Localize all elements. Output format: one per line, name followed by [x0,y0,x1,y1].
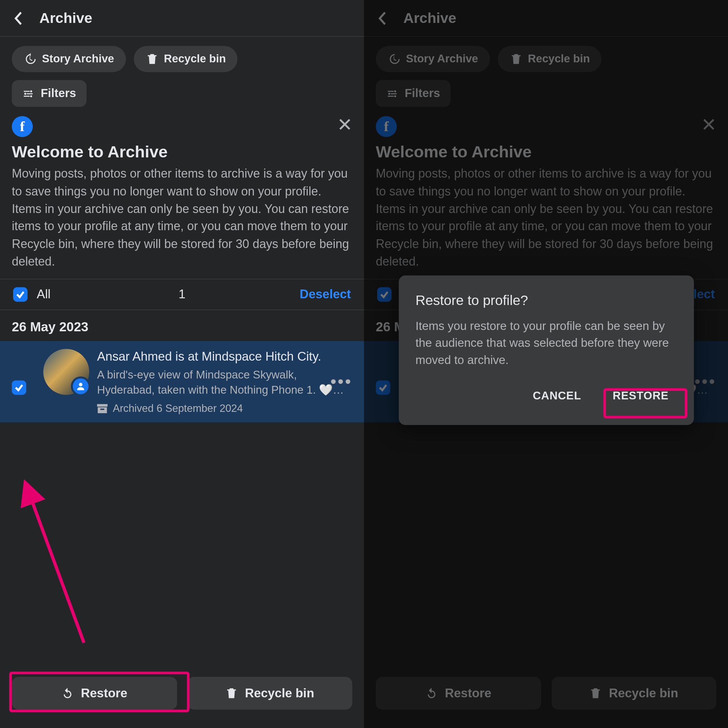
svg-point-0 [30,90,32,92]
dialog-restore-button[interactable]: RESTORE [605,385,676,408]
svg-point-2 [30,95,32,97]
welcome-title: Welcome to Archive [12,142,352,161]
facebook-logo-icon: f [12,116,33,137]
restore-dialog: Restore to profile? Items you restore to… [398,275,694,425]
svg-point-3 [79,383,82,386]
post-meta: Archived 6 September 2024 [97,403,352,415]
deselect-link[interactable]: Deselect [300,287,351,302]
svg-point-1 [24,92,26,94]
welcome-body: Moving posts, photos or other items to a… [12,165,352,271]
selection-count: 1 [179,287,186,302]
post-thumbnail [43,349,89,395]
welcome-card: f ✕ Welcome to Archive Moving posts, pho… [0,116,364,278]
svg-rect-4 [97,404,107,407]
person-badge-icon [71,376,90,396]
restore-label: Restore [81,686,127,701]
dialog-cancel-button[interactable]: CANCEL [525,385,589,408]
tabs-row: Story Archive Recycle bin [0,37,364,80]
archive-item[interactable]: Ansar Ahmed is at Mindspace Hitch City. … [0,341,364,423]
tab-label: Story Archive [42,53,114,66]
page-title: Archive [40,9,92,27]
tab-label: Recycle bin [164,53,226,66]
svg-rect-5 [98,407,107,413]
restore-button[interactable]: Restore [12,677,177,710]
filters-button[interactable]: Filters [12,80,87,107]
close-icon[interactable]: ✕ [337,116,352,134]
post-title: Ansar Ahmed is at Mindspace Hitch City. [97,349,352,365]
all-label: All [37,287,50,302]
post-description: A bird's-eye view of Mindspace Skywalk, … [97,368,352,398]
header: Archive [0,0,364,37]
date-group-header: 26 May 2023 [0,310,364,341]
selection-bar: All 1 Deselect [0,279,364,310]
dialog-title: Restore to profile? [416,292,677,308]
bottom-action-bar: Restore Recycle bin [0,668,364,728]
filters-label: Filters [41,87,76,101]
svg-rect-6 [101,409,104,410]
select-all-checkbox[interactable] [13,287,28,302]
dialog-body: Items you restore to your profile can be… [416,318,677,369]
recycle-label: Recycle bin [245,686,315,701]
back-icon[interactable] [11,10,26,26]
recycle-bin-button[interactable]: Recycle bin [187,677,352,710]
item-checkbox[interactable] [12,380,26,395]
more-options-icon[interactable]: ••• [330,372,352,392]
tab-story-archive[interactable]: Story Archive [12,46,126,72]
archive-icon [97,404,107,413]
tab-recycle-bin[interactable]: Recycle bin [134,46,238,72]
